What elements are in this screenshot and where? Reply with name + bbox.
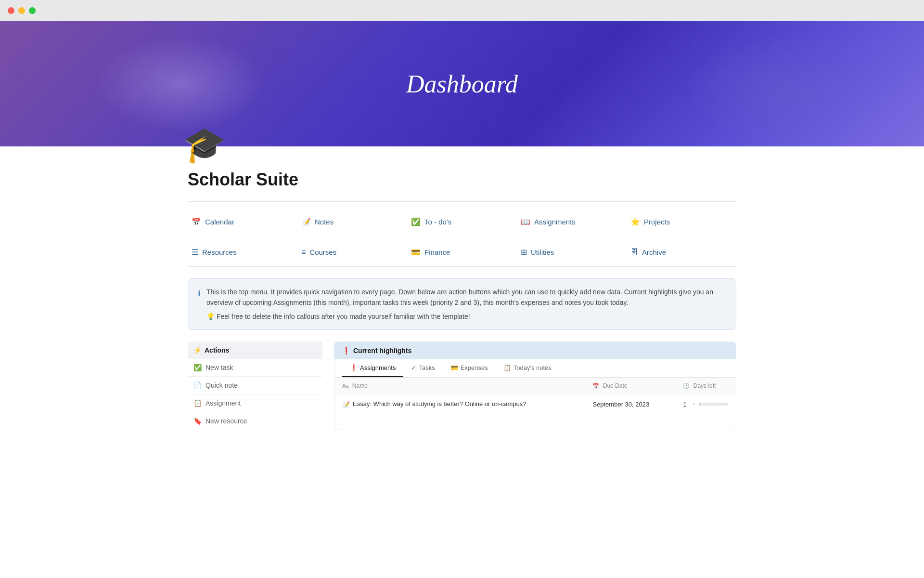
assignment-label: Assignment [205, 399, 241, 407]
action-assignment[interactable]: 📋 Assignment [188, 394, 322, 412]
tab-tasks[interactable]: ✓ Tasks [403, 359, 442, 377]
grad-cap-icon: 🎓 [183, 127, 226, 162]
highlights-exclaim-icon: ❗ [342, 347, 350, 355]
info-callout: ℹ This is the top menu. It provides quic… [188, 278, 736, 330]
nav-divider-bottom [188, 266, 736, 267]
assignment-name-cell: 📝 Essay: Which way of studying is better… [334, 394, 585, 414]
nav-projects[interactable]: ⭐ Projects [627, 211, 736, 232]
callout-subtext: 💡 Feel free to delete the info callouts … [206, 311, 726, 322]
tab-todays-notes-icon: 📋 [503, 364, 511, 371]
hero-banner: Dashboard [0, 21, 924, 146]
new-task-icon: ✅ [193, 364, 202, 371]
assignment-row-icon: 📝 [342, 401, 350, 408]
days-left-cell: 1 • [675, 394, 736, 414]
new-resource-icon: 🔖 [193, 417, 202, 425]
window-chrome [0, 0, 924, 21]
progress-bar [699, 403, 728, 406]
nav-courses-label: Courses [309, 248, 336, 256]
action-quick-note[interactable]: 📄 Quick note [188, 377, 322, 394]
nav-archive-label: Archive [642, 248, 666, 256]
action-new-resource[interactable]: 🔖 New resource [188, 412, 322, 430]
progress-fill [699, 403, 700, 406]
new-resource-label: New resource [205, 417, 247, 425]
nav-utilities[interactable]: ⊞ Utilities [517, 242, 627, 263]
resources-icon: ☰ [192, 248, 198, 257]
tab-tasks-label: Tasks [419, 364, 435, 371]
close-button[interactable] [8, 7, 14, 14]
nav-projects-label: Projects [644, 218, 670, 226]
actions-header-icon: ⚡ [193, 346, 202, 354]
courses-icon: ≡ [301, 248, 306, 257]
tab-assignments[interactable]: ❗ Assignments [342, 359, 403, 377]
page-content: 🎓 Scholar Suite 📅 Calendar 📝 Notes ✅ To … [149, 146, 775, 430]
todos-icon: ✅ [411, 217, 421, 226]
nav-resources-label: Resources [202, 248, 237, 256]
col-days-left-header: 🕐 Days left [675, 378, 736, 394]
actions-panel: ⚡ Actions ✅ New task 📄 Quick note 📋 Assi… [188, 342, 322, 430]
tab-todays-notes-label: Today's notes [513, 364, 552, 371]
assignments-table: Aa Name 📅 Due Date 🕐 Days left [334, 378, 736, 414]
nav-assignments[interactable]: 📖 Assignments [517, 211, 627, 232]
tab-assignments-label: Assignments [360, 364, 396, 371]
new-task-label: New task [205, 364, 233, 371]
actions-header: ⚡ Actions [188, 342, 322, 359]
callout-content: This is the top menu. It provides quick … [206, 287, 726, 322]
quick-note-label: Quick note [205, 381, 238, 389]
tab-expenses[interactable]: 💳 Expenses [443, 359, 496, 377]
highlights-panel: ❗ Current highlights ❗ Assignments ✓ Tas… [334, 342, 736, 430]
col-due-date-header: 📅 Due Date [585, 378, 675, 394]
nav-calendar-label: Calendar [205, 218, 234, 226]
highlights-tabs: ❗ Assignments ✓ Tasks 💳 Expenses 📋 Today… [334, 359, 736, 378]
nav-row-1: 📅 Calendar 📝 Notes ✅ To - do's 📖 Assignm… [188, 211, 736, 232]
tab-assignments-icon: ❗ [350, 364, 358, 371]
hero-title: Dashboard [406, 70, 518, 98]
table-row: 📝 Essay: Which way of studying is better… [334, 394, 736, 414]
action-new-task[interactable]: ✅ New task [188, 359, 322, 377]
quick-note-icon: 📄 [193, 381, 202, 389]
page-title: Scholar Suite [188, 170, 736, 190]
utilities-icon: ⊞ [521, 248, 527, 257]
notes-icon: 📝 [301, 217, 311, 226]
tab-todays-notes[interactable]: 📋 Today's notes [496, 359, 559, 377]
nav-notes-label: Notes [315, 218, 334, 226]
nav-archive[interactable]: 🗄 Archive [627, 242, 736, 263]
projects-icon: ⭐ [630, 217, 640, 226]
archive-icon: 🗄 [630, 248, 638, 257]
main-columns: ⚡ Actions ✅ New task 📄 Quick note 📋 Assi… [188, 342, 736, 430]
nav-calendar[interactable]: 📅 Calendar [188, 211, 297, 232]
due-date-cell: September 30, 2023 [585, 394, 675, 414]
col-name-header: Aa Name [334, 378, 585, 394]
highlights-header: ❗ Current highlights [334, 342, 736, 359]
assignment-name-text: Essay: Which way of studying is better? … [353, 400, 526, 407]
finance-icon: 💳 [411, 248, 421, 257]
tab-expenses-icon: 💳 [450, 364, 458, 371]
nav-utilities-label: Utilities [531, 248, 554, 256]
col-days-left-icon: 🕐 [683, 383, 690, 389]
days-left-num: 1 [683, 401, 689, 408]
nav-courses[interactable]: ≡ Courses [297, 242, 407, 263]
nav-resources[interactable]: ☰ Resources [188, 242, 297, 263]
tab-expenses-label: Expenses [461, 364, 488, 371]
nav-row-2: ☰ Resources ≡ Courses 💳 Finance ⊞ Utilit… [188, 242, 736, 263]
minimize-button[interactable] [18, 7, 25, 14]
calendar-icon: 📅 [192, 217, 201, 226]
info-icon: ℹ [198, 288, 201, 322]
nav-assignments-label: Assignments [534, 218, 576, 226]
tab-tasks-icon: ✓ [411, 364, 416, 371]
bullet-icon: • [693, 401, 695, 408]
col-due-date-icon: 📅 [592, 383, 599, 389]
maximize-button[interactable] [29, 7, 36, 14]
col-name-icon: Aa [342, 383, 348, 389]
highlights-header-label: Current highlights [353, 347, 411, 355]
assignment-icon: 📋 [193, 399, 202, 407]
nav-notes[interactable]: 📝 Notes [297, 211, 407, 232]
nav-finance-label: Finance [424, 248, 450, 256]
actions-header-label: Actions [205, 346, 229, 354]
nav-todos[interactable]: ✅ To - do's [407, 211, 517, 232]
nav-todos-label: To - do's [424, 218, 451, 226]
nav-finance[interactable]: 💳 Finance [407, 242, 517, 263]
assignments-icon: 📖 [521, 217, 530, 226]
callout-text: This is the top menu. It provides quick … [206, 287, 726, 308]
nav-divider-top [188, 201, 736, 202]
